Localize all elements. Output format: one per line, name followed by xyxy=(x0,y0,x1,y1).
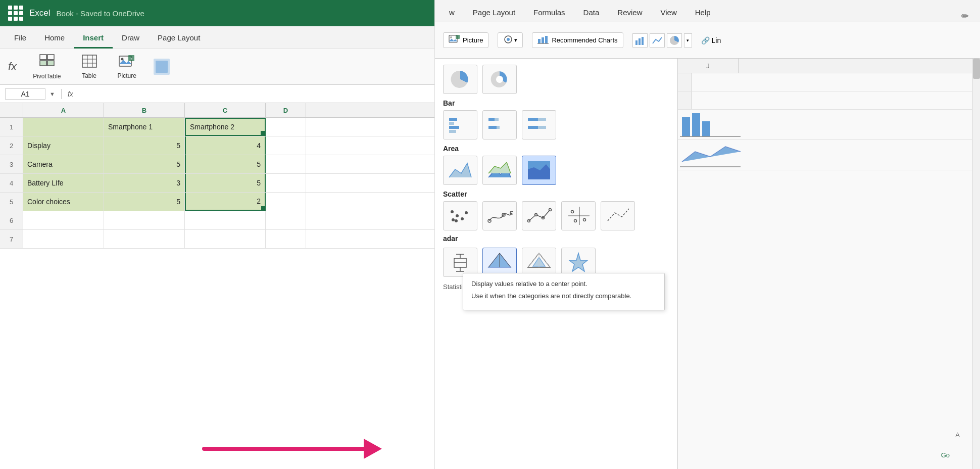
cell-c5[interactable]: 2 xyxy=(185,193,266,211)
cell-a7[interactable] xyxy=(23,230,104,248)
pivottable-label: PivotTable xyxy=(33,73,61,80)
cell-b6[interactable] xyxy=(104,211,185,229)
scatter-none-btn[interactable] xyxy=(601,201,635,230)
picture-button-left[interactable]: + Picture xyxy=(114,52,140,81)
tab-view[interactable]: View xyxy=(651,3,685,22)
cell-c6[interactable] xyxy=(185,211,266,229)
svg-point-60 xyxy=(574,220,577,222)
scatter-line-btn[interactable] xyxy=(522,201,556,230)
scrollbar[interactable] xyxy=(972,59,980,469)
tab-pagelayout-right[interactable]: Page Layout xyxy=(464,3,524,22)
cell-b7[interactable] xyxy=(104,230,185,248)
svg-point-29 xyxy=(496,76,503,83)
row-num xyxy=(678,91,692,109)
cell-a4[interactable]: Battery LIfe xyxy=(23,174,104,192)
link-btn[interactable]: 🔗 Lin xyxy=(701,36,721,44)
svg-marker-76 xyxy=(569,253,587,271)
col-header-a[interactable]: A xyxy=(23,103,104,117)
cell-b3[interactable]: 5 xyxy=(104,155,185,173)
cell-a2[interactable]: Display xyxy=(23,136,104,155)
cell-a5[interactable]: Color choices xyxy=(23,193,104,211)
cell-b1[interactable]: Smartphone 1 xyxy=(104,118,185,136)
svg-rect-3 xyxy=(47,61,54,66)
tab-file[interactable]: File xyxy=(5,28,35,49)
cell-a6[interactable] xyxy=(23,211,104,229)
area-section-title: Area xyxy=(443,145,669,153)
cell-c4[interactable]: 5 xyxy=(185,174,266,192)
cell-b4[interactable]: 3 xyxy=(104,174,185,192)
bar-section-title: Bar xyxy=(443,99,669,107)
bar-icons-row xyxy=(443,110,669,139)
table-row xyxy=(678,91,980,110)
tab-draw[interactable]: Draw xyxy=(113,28,149,49)
title-bar: Excel Book - Saved to OneDrive xyxy=(0,0,434,26)
pivottable-button[interactable]: PivotTable xyxy=(29,52,65,82)
cell-a3[interactable]: Camera xyxy=(23,155,104,173)
tab-review[interactable]: Review xyxy=(608,3,651,22)
cell-d1[interactable] xyxy=(266,118,306,136)
tab-insert[interactable]: Insert xyxy=(74,28,113,49)
tab-pagelayout[interactable]: Page Layout xyxy=(149,28,209,49)
shape-btn[interactable]: ▾ xyxy=(498,32,523,48)
line-chart-btn[interactable] xyxy=(650,33,665,48)
right-chart-preview-2 xyxy=(678,140,980,170)
excel-panel: Excel Book - Saved to OneDrive File Home… xyxy=(0,0,434,469)
cell-a1[interactable] xyxy=(23,118,104,136)
cell-reference[interactable]: A1 xyxy=(5,88,45,100)
cell-d5[interactable] xyxy=(266,193,306,211)
col-header-c[interactable]: C xyxy=(185,103,266,117)
svg-point-59 xyxy=(583,219,586,221)
scatter-smooth-btn[interactable] xyxy=(482,201,517,230)
picture-ribbon-btn[interactable]: Picture xyxy=(443,32,488,48)
scroll-thumb[interactable] xyxy=(973,59,980,79)
chart-type-dropdown-btn[interactable]: ▾ xyxy=(684,33,692,48)
pie-chart-icon-btn[interactable] xyxy=(443,65,477,94)
svg-point-21 xyxy=(507,38,510,41)
picture-icon-left: + xyxy=(118,54,135,70)
stacked-bar-btn[interactable] xyxy=(482,110,517,139)
scatter-x-btn[interactable] xyxy=(561,201,596,230)
cell-c1[interactable]: Smartphone 2 xyxy=(185,118,266,136)
pie-chart-btn[interactable] xyxy=(667,33,682,48)
cell-d7[interactable] xyxy=(266,230,306,248)
tab-formulas[interactable]: Formulas xyxy=(524,3,574,22)
cell-b5[interactable]: 5 xyxy=(104,193,185,211)
100-stacked-area-btn[interactable] xyxy=(522,156,556,185)
stacked-area-btn[interactable] xyxy=(482,156,517,185)
tab-help[interactable]: Help xyxy=(686,3,720,22)
table-icon xyxy=(81,54,97,70)
svg-rect-0 xyxy=(40,55,46,60)
table-button[interactable]: Table xyxy=(77,52,102,81)
clustered-bar-btn[interactable] xyxy=(443,110,477,139)
cell-ref-chevron[interactable]: ▼ xyxy=(50,91,55,97)
stacked-bar-100-btn[interactable] xyxy=(522,110,556,139)
tab-data[interactable]: Data xyxy=(574,3,609,22)
cell-c2[interactable]: 4 xyxy=(185,136,266,155)
cell-d6[interactable] xyxy=(266,211,306,229)
picture-ribbon-icon xyxy=(449,35,460,45)
recommended-charts-btn[interactable]: Recommended Charts xyxy=(532,32,623,48)
svg-rect-77 xyxy=(682,117,690,136)
chart-ribbon-content: Picture ▾ Recommended Charts xyxy=(435,22,980,59)
svg-rect-34 xyxy=(488,118,495,121)
cell-d2[interactable] xyxy=(266,136,306,155)
donut-chart-icon-btn[interactable] xyxy=(482,65,517,94)
cell-d3[interactable] xyxy=(266,155,306,173)
col-header-d[interactable]: D xyxy=(266,103,306,117)
picture-ribbon-label: Picture xyxy=(463,36,483,44)
table-row: 4 Battery LIfe 3 5 xyxy=(0,174,434,193)
cell-c3[interactable]: 5 xyxy=(185,155,266,173)
scatter-btn[interactable] xyxy=(443,201,477,230)
cell-c7[interactable] xyxy=(185,230,266,248)
right-col-headers: J xyxy=(678,59,980,73)
recommended-charts-label: Recommended Charts xyxy=(552,36,617,44)
fx-symbol: fx xyxy=(68,90,73,98)
col-header-b[interactable]: B xyxy=(104,103,185,117)
tab-w[interactable]: w xyxy=(440,3,464,22)
cell-d4[interactable] xyxy=(266,174,306,192)
tab-home[interactable]: Home xyxy=(35,28,74,49)
column-chart-btn[interactable] xyxy=(632,33,648,48)
cell-b2[interactable]: 5 xyxy=(104,136,185,155)
area-chart-btn[interactable] xyxy=(443,156,477,185)
svg-point-47 xyxy=(465,211,468,214)
